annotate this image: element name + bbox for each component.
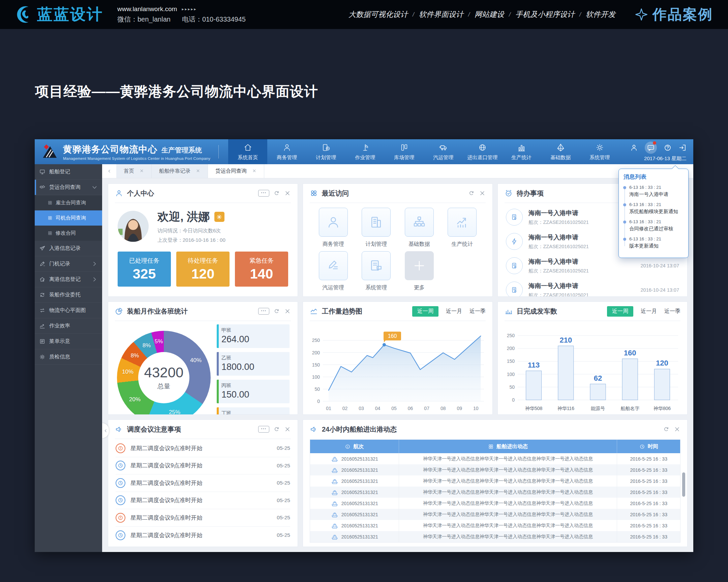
stat-tile-1[interactable]: 待处理任务 120 [176, 252, 230, 287]
meeting-item-3[interactable]: 星期二调度会议9点准时开始 05-25 [115, 492, 290, 509]
sidebar-item-8[interactable]: 菜单示意 [35, 334, 102, 349]
site-menu-item-2[interactable]: 网站建设 [474, 9, 504, 20]
site-menu-item-4[interactable]: 软件开发 [586, 9, 616, 20]
site-logo[interactable]: 蓝蓝设计 [15, 4, 103, 25]
stat-tile-2[interactable]: 紧急任务 140 [235, 252, 288, 287]
sidebar-item-5[interactable]: 装船作业委托 [35, 287, 102, 303]
tab-close-icon[interactable] [196, 168, 200, 174]
recent-item-1[interactable]: 计划管理 [355, 208, 398, 248]
sidebar-item-0[interactable]: 船舶登记 [35, 164, 102, 180]
popup-message-2[interactable]: 6-13 16 : 33 : 21 合同修改已通过审核 [619, 219, 685, 236]
refresh-button[interactable] [468, 190, 475, 197]
nav-item-2[interactable]: 计划管理 [306, 139, 345, 164]
refresh-icon [468, 190, 475, 197]
table-row-7[interactable]: 20160525131321 神华天津一号进入动态信息神华天津一号进入动态信息神… [310, 531, 680, 542]
clock-icon [118, 532, 123, 538]
popup-message-1[interactable]: 6-13 16 : 33 : 21 系统船舶模块更新通知 [619, 202, 685, 219]
departures-filter-1[interactable]: 近一月 [641, 308, 657, 315]
help-button[interactable] [664, 144, 672, 152]
svg-text:100: 100 [507, 372, 515, 377]
nav-item-3[interactable]: 作业管理 [345, 139, 385, 164]
card-title: 个人中心 [127, 189, 154, 198]
tab-close-icon[interactable] [252, 168, 257, 174]
sidebar-subitem-1-2[interactable]: 修改合同 [35, 226, 102, 241]
meeting-item-0[interactable]: 星期二调度会议9点准时开始 05-25 [115, 440, 290, 457]
nav-item-9[interactable]: 系统管理 [580, 139, 619, 164]
user-account-button[interactable] [630, 144, 638, 152]
site-menu-item-0[interactable]: 大数据可视化设计 [348, 9, 408, 20]
nav-item-0[interactable]: 系统首页 [228, 139, 267, 164]
nav-item-1[interactable]: 商务管理 [267, 139, 306, 164]
nav-item-7[interactable]: 生产统计 [502, 139, 541, 164]
sidebar-item-3[interactable]: 门机记录 [35, 256, 102, 272]
refresh-button[interactable] [273, 190, 280, 197]
recent-item-4[interactable]: 汽运管理 [312, 251, 355, 291]
sidebar-item-7[interactable]: 作业效率 [35, 318, 102, 334]
sidebar-item-6[interactable]: 物流中心平面图 [35, 303, 102, 318]
popup-message-0[interactable]: 6-13 16 : 33 : 21 海南一号入港申请 [619, 185, 685, 202]
meeting-item-4[interactable]: 星期二调度会议9点准时开始 05-25 [115, 509, 290, 527]
more-button[interactable]: ••• [258, 190, 269, 197]
more-button[interactable]: ••• [258, 426, 269, 433]
meeting-item-2[interactable]: 星期二调度会议9点准时开始 05-25 [115, 475, 290, 492]
close-button[interactable] [479, 190, 486, 197]
tab-1[interactable]: 船舶停靠记录 [152, 164, 208, 178]
recent-item-5[interactable]: 系统管理 [355, 251, 398, 291]
close-button[interactable] [674, 426, 680, 433]
sidebar-subitem-1-0[interactable]: 雇主合同查询 [35, 195, 102, 210]
sidebar-item-2[interactable]: 入港信息记录 [35, 241, 102, 256]
workload-filter-2[interactable]: 近一季 [469, 308, 486, 315]
stat-tile-0[interactable]: 已处理任务 325 [118, 252, 171, 287]
departures-filter-2[interactable]: 近一季 [664, 308, 680, 315]
pendoc-icon [326, 258, 341, 273]
table-row-3[interactable]: 20160525131321 神华天津一号进入动态信息神华天津一号进入动态信息神… [310, 486, 680, 498]
tab-close-icon[interactable] [139, 168, 144, 174]
table-row-1[interactable]: 20160525131321 神华天津一号进入动态信息神华天津一号进入动态信息神… [310, 464, 680, 476]
meeting-item-1[interactable]: 星期二调度会议9点准时开始 05-25 [115, 457, 290, 475]
refresh-button[interactable] [663, 426, 670, 433]
message-popup: 消息列表 6-13 16 : 33 : 21 海南一号入港申请 6-13 16 … [619, 169, 688, 258]
logout-button[interactable] [678, 144, 686, 152]
table-row-0[interactable]: 20160525131321 神华天津一号进入动态信息神华天津一号进入动态信息神… [310, 453, 680, 464]
workload-filter-1[interactable]: 近一月 [446, 308, 462, 315]
sidebar-item-4[interactable]: 离港信息登记 [35, 272, 102, 287]
popup-message-3[interactable]: 6-13 16 : 33 : 21 版本更新通知 [619, 236, 685, 254]
close-button[interactable] [284, 190, 291, 197]
nav-item-8[interactable]: 基础数据 [541, 139, 580, 164]
donut-legend: 甲班264.00 乙班1800.00 丙班150.00 丁班64.00 [217, 324, 289, 415]
recent-item-2[interactable]: 基础数据 [398, 208, 441, 248]
table-row-4[interactable]: 20160525131321 神华天津一号进入动态信息神华天津一号进入动态信息神… [310, 498, 680, 509]
nav-item-6[interactable]: 进出道口管理 [463, 139, 502, 164]
todo-item-3[interactable]: 海南一号入港申请 船次：ZZASE20161025021 2016-10-24 … [506, 278, 679, 297]
portfolio-link[interactable]: 作品案例 [634, 5, 713, 24]
close-button[interactable] [284, 308, 291, 314]
site-menu-item-3[interactable]: 手机及小程序设计 [515, 9, 575, 20]
departures-filter-0[interactable]: 近一周 [607, 306, 633, 317]
nav-item-5[interactable]: 汽运管理 [424, 139, 463, 164]
refresh-button[interactable] [273, 426, 280, 433]
site-url[interactable]: www.lanlanwork.com [117, 5, 177, 13]
table-row-6[interactable]: 20160525131321 神华天津一号进入动态信息神华天津一号进入动态信息神… [310, 520, 680, 531]
sidebar-item-1[interactable]: 货运合同查询 [35, 180, 102, 195]
tab-0[interactable]: 首页 [116, 164, 152, 178]
site-menu-item-1[interactable]: 软件界面设计 [419, 9, 463, 20]
workload-filter-0[interactable]: 近一周 [412, 306, 439, 317]
nav-item-4[interactable]: 库场管理 [385, 139, 424, 164]
sidebar-subitem-1-1[interactable]: 司机合同查询 [35, 210, 102, 226]
table-row-2[interactable]: 20160525131321 神华天津一号进入动态信息神华天津一号进入动态信息神… [310, 476, 680, 486]
meeting-item-5[interactable]: 星期二调度会议9点准时开始 05-25 [115, 527, 290, 544]
refresh-button[interactable] [273, 308, 280, 314]
recent-item-0[interactable]: 商务管理 [312, 208, 355, 248]
close-button[interactable] [284, 426, 291, 433]
site-contact: www.lanlanwork.com ▸▸▸▸▸ 微信：ben_lanlan 电… [117, 5, 246, 24]
svg-text:06: 06 [408, 406, 413, 411]
recent-item-3[interactable]: 生产统计 [441, 208, 484, 248]
tab-2[interactable]: 货运合同查询 [208, 164, 264, 178]
table-row-5[interactable]: 20160525131321 神华天津一号进入动态信息神华天津一号进入动态信息神… [310, 509, 680, 520]
sidebar-item-9[interactable]: 质检信息 [35, 349, 102, 365]
messages-button[interactable] [645, 142, 657, 154]
tabs-scroll-left[interactable] [102, 164, 116, 178]
more-button[interactable]: ••• [258, 308, 269, 314]
recent-item-6[interactable]: 更多 [398, 251, 441, 291]
table-scrollbar[interactable] [682, 473, 685, 497]
